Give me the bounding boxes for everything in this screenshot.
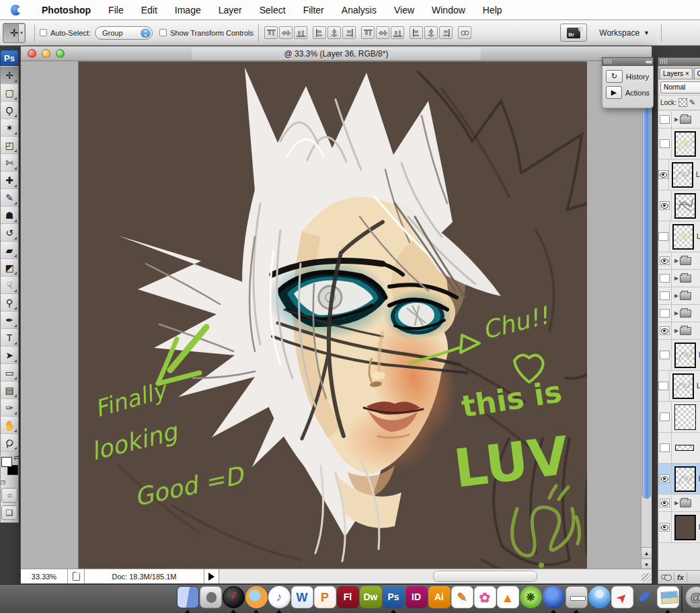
menu-analysis[interactable]: Analysis [333,5,385,15]
menu-photoshop[interactable]: Photoshop [33,5,100,15]
disclosure-triangle-icon[interactable]: ▶ [674,275,678,281]
dock-frog-app[interactable] [542,585,565,613]
layer-row-4[interactable] [658,190,700,221]
blend-mode-dropdown[interactable]: Normal [660,81,700,94]
menu-help[interactable]: Help [474,5,511,15]
collapse-icon[interactable]: ◀◀ [645,59,651,65]
vertical-scrollbar[interactable]: ▲ ▼ [641,61,652,570]
dock-mail[interactable]: @ [685,585,700,613]
auto-select-control[interactable]: Auto-Select: Group ▲▼ [40,26,159,40]
align-horizontal-centers-button[interactable] [327,26,341,39]
layer-row-3[interactable]: Lay [658,159,700,190]
lock-transparency-icon[interactable] [678,98,687,107]
foreground-color-swatch[interactable] [1,457,12,467]
vertical-scrollbar-thumb[interactable] [642,63,651,499]
dock-photos[interactable] [656,585,679,613]
tab-close-icon[interactable]: × [685,70,689,77]
clone-stamp-tool[interactable]: ☗ [1,207,18,224]
disclosure-triangle-icon[interactable]: ▶ [674,258,678,264]
horizontal-scrollbar[interactable] [219,569,652,583]
layer-row-7[interactable]: ▶ [658,270,700,287]
dock-itunes[interactable]: ♪ [268,585,290,613]
visibility-toggle[interactable] [658,512,672,542]
close-window-button[interactable] [28,49,36,58]
dock-finder[interactable] [176,585,199,613]
swap-colors-icon[interactable]: ⇄ [13,454,19,461]
history-brush-tool[interactable]: ↺ [1,224,18,242]
default-colors-icon[interactable]: ◳ [1,479,6,485]
visibility-toggle[interactable] [658,287,672,304]
dock-system[interactable] [199,585,222,613]
shape-tool[interactable]: ▭ [1,364,18,382]
zoom-window-button[interactable] [56,49,65,58]
menu-window[interactable]: Window [423,5,474,15]
visibility-toggle[interactable] [658,129,672,159]
horizontal-scrollbar-thumb[interactable] [433,571,537,582]
align-vertical-centers-button[interactable] [279,26,293,39]
layer-row-11[interactable]: L [658,340,700,371]
dock-firefox[interactable] [245,585,268,613]
visibility-toggle[interactable] [658,371,670,401]
disclosure-triangle-icon[interactable]: ▶ [674,116,678,122]
dodge-tool[interactable]: ⚲ [1,294,18,312]
visibility-toggle[interactable] [658,305,672,322]
align-right-edges-button[interactable] [342,26,356,39]
type-tool[interactable]: T [1,329,18,347]
layer-row-16[interactable]: ▶ [658,495,700,512]
align-top-edges-button[interactable] [264,26,278,39]
visibility-toggle[interactable] [658,495,672,511]
menu-view[interactable]: View [385,5,423,15]
dock-messenger[interactable] [588,585,611,613]
distribute-left-edges-button[interactable] [410,26,423,39]
layer-row-2[interactable] [658,129,700,159]
lasso-tool[interactable]: Ϙ [1,102,18,119]
zoom-level-field[interactable]: 33.33% [21,569,68,583]
layers-panel-header[interactable] [658,57,700,66]
tab-channels[interactable]: C [694,68,700,79]
menu-image[interactable]: Image [166,5,210,15]
dock-printer[interactable] [565,585,588,613]
distribute-horizontal-centers-button[interactable] [424,26,438,39]
dock-flower-app[interactable]: ✿ [473,585,496,613]
workspace-menu[interactable]: Workspace ▼ [599,28,650,38]
visibility-toggle[interactable] [658,464,672,494]
layer-row-13[interactable] [658,402,700,433]
distribute-vertical-centers-button[interactable] [376,26,389,39]
window-resize-grip[interactable] [641,573,651,583]
layer-row-1[interactable]: ▶ [658,111,700,129]
dock-painter[interactable]: ✎ [451,585,473,613]
status-options-button[interactable] [204,569,219,583]
dock-photoshop[interactable]: Ps [382,585,405,613]
scroll-up-button[interactable]: ▲ [641,547,652,558]
gradient-tool[interactable]: ◩ [1,259,18,277]
visibility-toggle[interactable] [658,111,672,128]
menu-layer[interactable]: Layer [210,5,251,15]
visibility-toggle[interactable] [658,402,672,432]
auto-select-scope-dropdown[interactable]: Group ▲▼ [95,26,153,40]
dock-green-app[interactable]: ❋ [519,585,542,613]
disclosure-triangle-icon[interactable]: ▶ [674,310,678,316]
dock-indesign[interactable]: ID [405,585,428,613]
notes-tool[interactable]: ▤ [1,382,18,399]
align-left-edges-button[interactable] [313,26,326,39]
pen-tool[interactable]: ✒ [1,312,18,329]
dock-paintbrush-app[interactable]: ✐ [633,585,656,613]
marquee-tool[interactable]: ▢ [1,84,18,102]
document-title-bar[interactable]: @ 33.3% (Layer 36, RGB/8*) [21,46,652,61]
link-layers-icon[interactable] [661,575,671,579]
visibility-toggle[interactable] [658,270,672,287]
healing-brush-tool[interactable]: ✚ [1,172,18,189]
layer-row-14[interactable] [658,433,700,464]
tool-preset-dropdown-icon[interactable]: ▼ [18,24,24,42]
disclosure-triangle-icon[interactable]: ▶ [674,500,678,506]
dock-flash[interactable]: Fl [336,585,359,613]
minimize-window-button[interactable] [42,49,50,58]
visibility-toggle[interactable] [658,159,669,190]
dock-vlc[interactable]: ▲ [496,585,519,613]
screen-mode-button[interactable]: ❏ [1,505,17,520]
path-select-tool[interactable]: ➤ [1,347,18,364]
show-transform-control[interactable]: Show Transform Controls [159,29,254,37]
distribute-right-edges-button[interactable] [439,26,453,39]
page-preview-icon[interactable] [68,569,85,583]
layer-row-5[interactable]: La [658,221,700,252]
